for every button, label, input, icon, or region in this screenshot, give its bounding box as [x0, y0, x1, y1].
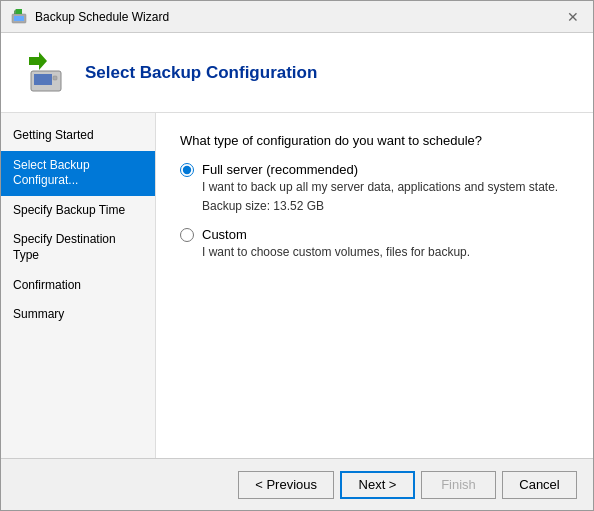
svg-rect-1: [14, 16, 24, 21]
option-full-server-label-row: Full server (recommended): [180, 162, 569, 177]
svg-marker-7: [29, 52, 47, 70]
radio-full-server[interactable]: [180, 163, 194, 177]
radio-group: Full server (recommended) I want to back…: [180, 162, 569, 260]
option-full-server: Full server (recommended) I want to back…: [180, 162, 569, 215]
main-content: What type of configuration do you want t…: [156, 113, 593, 458]
sidebar-item-getting-started[interactable]: Getting Started: [1, 121, 155, 151]
svg-marker-3: [14, 9, 16, 14]
option-custom-label: Custom: [202, 227, 247, 242]
sidebar-item-summary[interactable]: Summary: [1, 300, 155, 330]
finish-button: Finish: [421, 471, 496, 499]
svg-rect-6: [53, 76, 57, 80]
app-icon: [11, 9, 27, 25]
sidebar-item-select-backup[interactable]: Select Backup Configurat...: [1, 151, 155, 196]
svg-rect-5: [34, 74, 52, 85]
header-icon: [21, 49, 69, 97]
sidebar: Getting Started Select Backup Configurat…: [1, 113, 156, 458]
sidebar-item-specify-destination-type[interactable]: Specify Destination Type: [1, 225, 155, 270]
option-full-server-label: Full server (recommended): [202, 162, 358, 177]
previous-button[interactable]: < Previous: [238, 471, 334, 499]
header-title: Select Backup Configuration: [85, 63, 317, 83]
sidebar-item-confirmation[interactable]: Confirmation: [1, 271, 155, 301]
title-bar-left: Backup Schedule Wizard: [11, 9, 169, 25]
cancel-button[interactable]: Cancel: [502, 471, 577, 499]
dialog-title: Backup Schedule Wizard: [35, 10, 169, 24]
option-custom: Custom I want to choose custom volumes, …: [180, 227, 569, 261]
svg-marker-2: [16, 9, 22, 14]
sidebar-item-specify-backup-time[interactable]: Specify Backup Time: [1, 196, 155, 226]
wizard-icon: [21, 49, 69, 97]
close-button[interactable]: ✕: [563, 7, 583, 27]
option-custom-label-row: Custom: [180, 227, 569, 242]
title-bar: Backup Schedule Wizard ✕: [1, 1, 593, 33]
dialog-window: Backup Schedule Wizard ✕ Select Backup C…: [0, 0, 594, 511]
radio-custom[interactable]: [180, 228, 194, 242]
content-area: Getting Started Select Backup Configurat…: [1, 113, 593, 458]
question-text: What type of configuration do you want t…: [180, 133, 569, 148]
option-full-server-desc1: I want to back up all my server data, ap…: [202, 179, 569, 196]
footer: < Previous Next > Finish Cancel: [1, 458, 593, 510]
option-full-server-desc2: Backup size: 13.52 GB: [202, 198, 569, 215]
next-button[interactable]: Next >: [340, 471, 415, 499]
header-section: Select Backup Configuration: [1, 33, 593, 113]
option-custom-desc1: I want to choose custom volumes, files f…: [202, 244, 569, 261]
